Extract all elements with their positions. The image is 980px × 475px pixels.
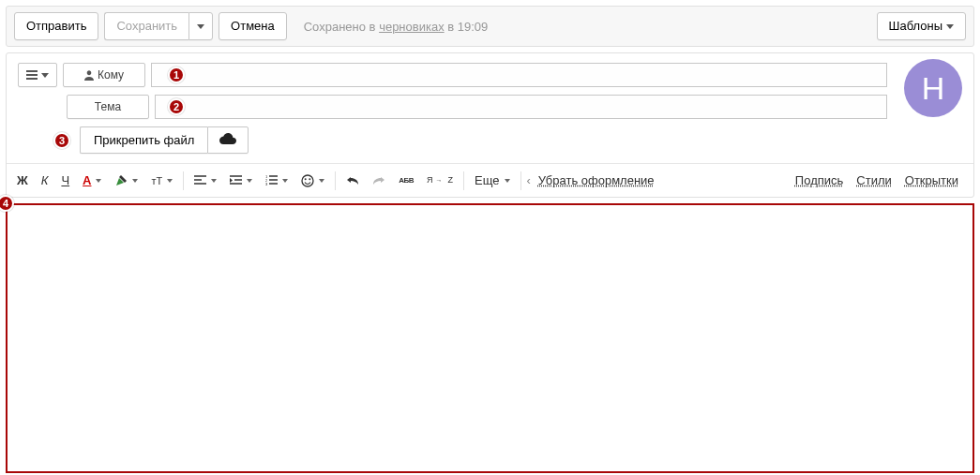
cloud-icon (219, 133, 236, 144)
caret-down-icon (132, 179, 138, 183)
to-label-text: Кому (98, 68, 124, 82)
italic-button[interactable]: К (35, 170, 55, 191)
spellcheck-button[interactable]: АБВ (392, 173, 420, 188)
format-toolbar: Ж К Ч A тТ 123 АБ (7, 163, 973, 197)
annotation-marker-1: 1 (168, 67, 185, 83)
indent-icon (230, 175, 242, 186)
more-button[interactable]: Еще (468, 170, 516, 191)
send-button[interactable]: Отправить (14, 12, 98, 40)
svg-point-4 (305, 178, 307, 180)
caret-down-icon (211, 179, 217, 183)
svg-point-5 (309, 178, 311, 180)
caret-down-icon (197, 24, 204, 29)
paint-icon (114, 174, 128, 187)
cancel-button[interactable]: Отмена (219, 12, 287, 40)
undo-icon (346, 175, 359, 186)
subject-row: Тема 2 (18, 95, 962, 119)
underline-button[interactable]: Ч (54, 170, 76, 191)
message-body-editor[interactable] (6, 203, 974, 473)
save-status: Сохранено в черновиках в 19:09 (304, 20, 489, 34)
caret-down-icon (41, 73, 49, 78)
caret-down-icon (282, 179, 288, 183)
align-button[interactable] (188, 171, 223, 189)
signature-link[interactable]: Подпись (795, 173, 843, 187)
caret-down-icon (946, 24, 954, 29)
templates-label: Шаблоны (889, 19, 943, 34)
caret-down-icon (319, 179, 324, 183)
save-button-group: Сохранить (104, 12, 213, 40)
svg-point-3 (302, 175, 313, 186)
caret-down-icon (505, 179, 510, 183)
undo-button[interactable] (339, 171, 366, 190)
top-toolbar: Отправить Сохранить Отмена Сохранено в ч… (6, 6, 974, 47)
person-icon (84, 70, 94, 81)
to-label-button[interactable]: Кому (63, 63, 145, 87)
fields-menu-button[interactable] (18, 63, 57, 87)
redo-icon (372, 175, 385, 186)
to-input[interactable] (151, 63, 887, 87)
smiley-icon (301, 174, 314, 187)
templates-button[interactable]: Шаблоны (877, 12, 967, 40)
text-color-button[interactable]: A (76, 170, 108, 191)
styles-link[interactable]: Стили (856, 173, 891, 187)
save-dropdown-button[interactable] (188, 12, 213, 40)
subject-label: Тема (67, 95, 149, 119)
bold-button[interactable]: Ж (10, 170, 35, 191)
align-left-icon (194, 175, 206, 186)
attach-row: 3 Прикрепить файл (80, 126, 962, 154)
emoji-button[interactable] (294, 171, 331, 191)
attach-cloud-button[interactable] (207, 126, 249, 154)
right-links: Подпись Стили Открытки (795, 173, 973, 187)
postcards-link[interactable]: Открытки (905, 173, 958, 187)
annotation-marker-2: 2 (168, 98, 185, 115)
drafts-link[interactable]: черновиках (379, 20, 445, 34)
menu-icon (26, 70, 38, 80)
clear-formatting-link[interactable]: Убрать оформление (538, 173, 655, 187)
annotation-marker-3: 3 (53, 132, 70, 149)
bg-color-button[interactable] (108, 171, 144, 191)
left-chevron-icon: ‹ (527, 173, 531, 187)
caret-down-icon (96, 179, 101, 183)
caret-down-icon (167, 179, 173, 183)
save-button[interactable]: Сохранить (104, 12, 188, 40)
indent-button[interactable] (223, 171, 259, 189)
font-size-button[interactable]: тТ (144, 171, 179, 190)
attach-file-button[interactable]: Прикрепить файл (80, 126, 207, 154)
caret-down-icon (247, 179, 252, 183)
status-prefix: Сохранено в (304, 20, 379, 34)
status-time: в 19:09 (445, 20, 489, 34)
editor-wrap: 4 (6, 203, 974, 473)
list-button[interactable]: 123 (259, 171, 294, 189)
subject-input[interactable] (155, 95, 887, 119)
svg-text:3: 3 (265, 182, 268, 186)
subject-label-text: Тема (95, 100, 121, 113)
compose-header: Н Кому 1 Тема 2 3 Прикрепить файл Ж К Ч … (6, 52, 974, 198)
to-row: Кому 1 (18, 63, 962, 87)
translate-button[interactable]: Я→Z (420, 172, 460, 188)
redo-button[interactable] (366, 171, 392, 190)
list-icon: 123 (265, 175, 278, 186)
